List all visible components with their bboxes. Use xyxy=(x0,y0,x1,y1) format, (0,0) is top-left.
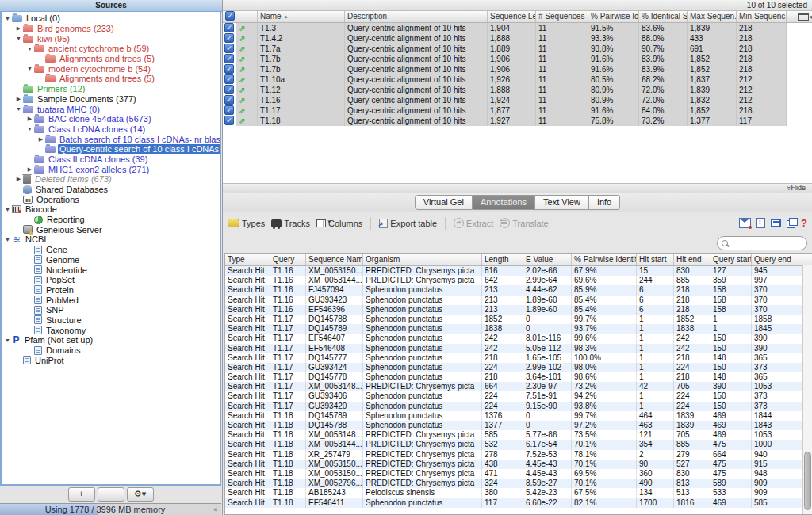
tree-item-genome[interactable]: Genome xyxy=(2,255,220,265)
column-header-hit-start[interactable]: Hit start xyxy=(637,254,674,265)
column-header-evalue[interactable]: E Value xyxy=(523,254,572,265)
annotation-row[interactable]: Search Hit T1.17 XM_0053148... PREDICTED… xyxy=(225,382,812,391)
expanded-arrow-icon[interactable]: ▼ xyxy=(3,207,12,212)
document-row[interactable]: ✓ ⇗ T1.3 Query-centric alignment of 10 h… xyxy=(223,23,812,33)
extract-button[interactable]: Extract xyxy=(454,218,493,228)
document-row[interactable]: ✓ ⇗ T1.7b Query-centric alignment of 10 … xyxy=(223,64,812,74)
annotation-row[interactable]: Search Hit T1.18 DQ145788 Sphenodon punc… xyxy=(225,421,812,430)
tree-item-geneious-server[interactable]: Geneious Server xyxy=(2,224,220,235)
column-header-min-sequence[interactable]: Min Sequenc... xyxy=(737,11,787,22)
document-row[interactable]: ✓ ⇗ T1.18 Query-centric alignment of 10 … xyxy=(223,116,812,126)
tree-item-nucleotide[interactable]: Nucleotide xyxy=(2,265,220,275)
annotation-row[interactable]: Search Hit T1.17 DQ145789 Sphenodon punc… xyxy=(225,324,812,334)
collapsed-arrow-icon[interactable]: ▶ xyxy=(14,176,23,182)
document-row[interactable]: ✓ ⇗ T1.7b Query-centric alignment of 10 … xyxy=(223,54,812,64)
column-header-sequence-length[interactable]: Sequence Le... xyxy=(488,11,536,22)
collapsed-arrow-icon[interactable]: ▶ xyxy=(36,136,45,143)
expanded-arrow-icon[interactable]: ▼ xyxy=(25,66,34,71)
column-header-description[interactable]: Description xyxy=(345,11,488,22)
annotation-row[interactable]: Search Hit T1.18 XM_0053144... PREDICTED… xyxy=(225,440,812,449)
checkbox-checked-icon[interactable]: ✓ xyxy=(224,23,234,32)
column-header-sequence-name[interactable]: Sequence Name xyxy=(306,254,363,265)
expanded-arrow-icon[interactable]: ▼ xyxy=(3,237,12,242)
column-header-name[interactable]: Name ▲ xyxy=(258,11,345,22)
checkbox-checked-icon[interactable]: ✓ xyxy=(224,95,234,105)
column-header-max-sequence[interactable]: Max Sequen... xyxy=(688,11,737,22)
document-row[interactable]: ✓ ⇗ T1.4.2 Query-centric alignment of 10… xyxy=(223,33,812,44)
tab-info[interactable]: Info xyxy=(589,195,620,210)
column-settings-icon[interactable] xyxy=(798,13,809,21)
annotation-row[interactable]: Search Hit T1.16 EF546396 Sphenodon punc… xyxy=(225,305,812,315)
annotation-row[interactable]: Search Hit T1.18 XM_0053148... PREDICTED… xyxy=(225,430,812,440)
expand-rows-icon[interactable] xyxy=(756,218,765,228)
collapsed-arrow-icon[interactable]: ▶ xyxy=(14,96,23,102)
tree-item-ncbi[interactable]: ▼≋NCBI xyxy=(2,235,220,245)
annotation-row[interactable]: Search Hit T1.17 GU393424 Sphenodon punc… xyxy=(225,363,812,372)
tracks-button[interactable]: Tracks xyxy=(271,219,310,228)
gear-menu-button[interactable]: ⚙▾ xyxy=(127,487,154,502)
annotation-row[interactable]: Search Hit T1.18 XM_0053150... PREDICTED… xyxy=(225,469,812,479)
window-icon[interactable] xyxy=(771,219,781,227)
add-folder-button[interactable]: + xyxy=(68,487,95,502)
document-row[interactable]: ✓ ⇗ T1.10a Query-centric alignment of 10… xyxy=(223,74,812,85)
tree-item-local[interactable]: ▼Local (0) xyxy=(2,13,220,24)
tab-text-view[interactable]: Text View xyxy=(535,195,589,210)
column-header-pairwise-identity[interactable]: % Pairwise Identity xyxy=(572,254,637,265)
annotation-row[interactable]: Search Hit T1.17 EF546408 Sphenodon punc… xyxy=(225,344,812,353)
tree-item-operations[interactable]: Operations xyxy=(2,194,220,204)
tree-item-taxonomy[interactable]: Taxonomy xyxy=(2,325,220,335)
tree-item-alignments-trees-1[interactable]: Alignments and trees (5) xyxy=(2,54,220,64)
tree-item-structure[interactable]: Structure xyxy=(2,315,220,326)
tree-item-biocode[interactable]: ▼Biocode xyxy=(2,204,220,215)
tree-item-gene[interactable]: Gene xyxy=(2,245,220,255)
tree-item-protein[interactable]: Protein xyxy=(2,285,220,296)
search-input[interactable] xyxy=(717,236,807,250)
annotation-row[interactable]: Search Hit T1.17 GU393420 Sphenodon punc… xyxy=(225,402,812,411)
tree-item-modern-cytochrome[interactable]: ▼modern cytochrome b (54) xyxy=(2,63,220,74)
checkbox-checked-icon[interactable]: ✓ xyxy=(224,116,234,125)
collapse-sidebar-button[interactable]: « xyxy=(211,505,220,515)
annotation-row[interactable]: Search Hit T1.18 XR_257479 PREDICTED: Ch… xyxy=(225,450,812,460)
tree-item-deleted-items[interactable]: ▶Deleted Items (673) xyxy=(2,174,220,185)
expanded-arrow-icon[interactable]: ▼ xyxy=(25,46,34,52)
column-header-hit-end[interactable]: Hit end xyxy=(674,254,710,265)
collapsed-arrow-icon[interactable]: ▶ xyxy=(25,166,34,173)
column-header-type[interactable]: Type xyxy=(225,254,270,265)
export-table-button[interactable]: Export table xyxy=(379,219,437,228)
checkbox-checked-icon[interactable]: ✓ xyxy=(225,11,235,21)
column-header-num-sequences[interactable]: # Sequences xyxy=(536,11,588,22)
tree-item-snp[interactable]: SNP xyxy=(2,305,220,315)
annotation-row[interactable]: Search Hit T1.17 EF546407 Sphenodon punc… xyxy=(225,334,812,343)
checkbox-checked-icon[interactable]: ✓ xyxy=(224,85,234,94)
column-header-pairwise-identity[interactable]: % Pairwise Id... xyxy=(588,11,639,22)
tree-item-primers[interactable]: Primers (12) xyxy=(2,84,220,94)
vertical-scrollbar[interactable] xyxy=(802,265,812,514)
expanded-arrow-icon[interactable]: ▼ xyxy=(3,16,12,21)
tree-item-popset[interactable]: PopSet xyxy=(2,275,220,285)
mail-icon[interactable] xyxy=(739,218,751,228)
checkbox-checked-icon[interactable]: ✓ xyxy=(224,74,234,84)
annotation-row[interactable]: Search Hit T1.18 XM_0053150... PREDICTED… xyxy=(225,460,812,469)
tree-item-mhc1-exon2[interactable]: ▶MHC1 exon2 alleles (271) xyxy=(2,164,220,174)
tree-item-ancient-cytochrome[interactable]: ▼ancient cytochrome b (59) xyxy=(2,44,220,54)
annotation-row[interactable]: Search Hit T1.18 AB185243 Pelodiscus sin… xyxy=(225,488,812,498)
select-all-checkbox[interactable]: ✓ xyxy=(223,11,236,22)
duplicate-window-icon[interactable] xyxy=(787,220,795,228)
annotation-row[interactable]: Search Hit T1.16 XM_0053144... PREDICTED… xyxy=(225,276,812,285)
tree-item-bac-clone[interactable]: ▶BAC clone 454data (5673) xyxy=(2,114,220,124)
column-header-length[interactable]: Length xyxy=(482,254,523,265)
document-row[interactable]: ✓ ⇗ T1.17 Query-centric alignment of 10 … xyxy=(223,105,812,116)
document-row[interactable]: ✓ ⇗ T1.12 Query-centric alignment of 10 … xyxy=(223,85,812,95)
tree-item-pubmed[interactable]: PubMed xyxy=(2,295,220,305)
collapsed-arrow-icon[interactable]: ▶ xyxy=(14,25,23,32)
annotation-row[interactable]: Search Hit T1.17 DQ145778 Sphenodon punc… xyxy=(225,372,812,382)
expanded-arrow-icon[interactable]: ▼ xyxy=(3,338,12,343)
collapsed-arrow-icon[interactable]: ▶ xyxy=(25,116,34,122)
annotation-row[interactable]: Search Hit T1.16 XM_0053150... PREDICTED… xyxy=(225,266,812,276)
expanded-arrow-icon[interactable]: ▼ xyxy=(25,126,34,132)
tree-item-batch-search[interactable]: ▶Batch search of 10 class I cDNAs- nr bl… xyxy=(2,134,220,144)
tree-item-pfam[interactable]: ▼PPfam (Not set up) xyxy=(2,335,220,345)
tree-item-alignments-trees-2[interactable]: Alignments and trees (5) xyxy=(2,74,220,84)
tree-item-query-centric-search[interactable]: Query-centric search of 10 class I cDNAs… xyxy=(2,144,220,154)
checkbox-checked-icon[interactable]: ✓ xyxy=(224,105,234,115)
